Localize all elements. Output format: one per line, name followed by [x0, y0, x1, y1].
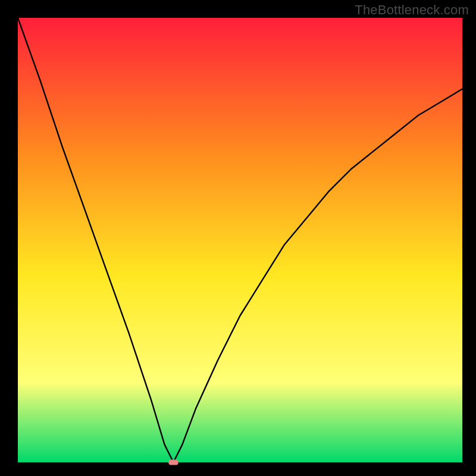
chart-frame: TheBottleneck.com	[0, 0, 476, 476]
bottleneck-chart	[0, 0, 476, 476]
optimal-marker	[168, 460, 178, 465]
plot-gradient-background	[18, 18, 462, 462]
